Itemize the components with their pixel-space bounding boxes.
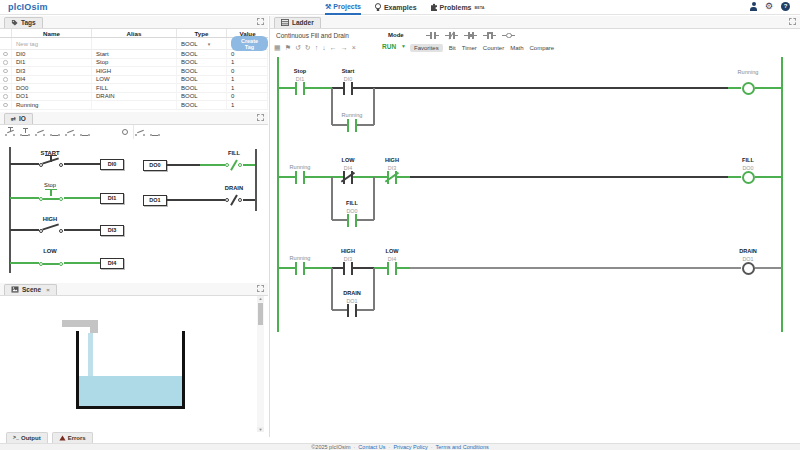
new-tag-gutter [0, 38, 12, 50]
pushbutton-no-icon[interactable] [4, 127, 16, 137]
lamp-filled-icon[interactable] [134, 127, 146, 137]
instruction-tab-favorites[interactable]: Favorites [410, 44, 443, 52]
footer-link[interactable]: Contact Us [358, 444, 385, 450]
new-tag-name-input[interactable]: New tag [12, 38, 92, 50]
ladder-coil-running[interactable] [740, 80, 756, 96]
io-switch-stop[interactable] [38, 184, 66, 204]
io-output-fill[interactable] [225, 158, 243, 172]
chevron-down-icon[interactable] [401, 43, 406, 49]
scroll-up-arrow[interactable]: ▲ [257, 296, 264, 302]
tag-status-icon[interactable] [0, 92, 12, 101]
tag-status-icon[interactable] [0, 84, 12, 93]
coil-icon[interactable] [502, 31, 515, 40]
expand-icon[interactable] [257, 114, 264, 121]
expand-icon[interactable] [257, 285, 264, 292]
ladder-tab[interactable]: Ladder [274, 17, 321, 28]
terminal [225, 198, 229, 202]
io-panel-header: ⇄ IO [0, 112, 268, 125]
falling-edge-contact-icon[interactable] [483, 31, 496, 40]
switch-open-icon[interactable] [34, 127, 46, 137]
move-left-icon[interactable]: ← [330, 42, 337, 54]
flag-icon[interactable]: ⚑ [285, 42, 291, 54]
footer-link[interactable]: Privacy Policy [393, 444, 427, 450]
instruction-tab-compare[interactable]: Compare [530, 45, 555, 51]
tag-value: 1 [227, 101, 268, 110]
undo-icon[interactable]: ↺ [295, 42, 301, 54]
nav-item-projects[interactable]: ⚒Projects [325, 1, 361, 15]
wire [357, 309, 374, 311]
tag-name: DI0 [12, 50, 92, 59]
instruction-tab-bit[interactable]: Bit [449, 45, 456, 51]
io-tab[interactable]: ⇄ IO [4, 113, 33, 124]
expand-icon[interactable] [789, 18, 796, 25]
tag-name: DI3 [12, 67, 92, 76]
scrollbar-thumb[interactable] [258, 303, 263, 325]
new-tag-alias-input[interactable] [92, 38, 177, 50]
coil-circle [742, 82, 755, 95]
help-icon[interactable] [781, 2, 790, 11]
water-stream [88, 333, 93, 377]
rising-edge-contact-icon[interactable] [464, 31, 477, 40]
footer-link[interactable]: Terms and Conditions [436, 444, 489, 450]
close-icon[interactable] [46, 287, 50, 293]
valve-icon[interactable] [149, 127, 161, 137]
switch-closed-icon[interactable] [49, 127, 61, 137]
io-switch-high[interactable] [38, 216, 66, 236]
move-up-icon[interactable]: ↑ [315, 42, 319, 54]
radio-circle-icon [3, 60, 8, 65]
footer: ©2025 plcIOsim ·Contact Us·Privacy Polic… [0, 443, 800, 450]
new-tag-type-select[interactable]: BOOL [177, 38, 227, 50]
ladder-toolbar-row: ▦⚑↺↻↑↓←→× RUN FavoritesBitTimerCounterMa… [270, 42, 800, 54]
icon-part [137, 130, 144, 134]
instruction-tab-timer[interactable]: Timer [462, 45, 477, 51]
tag-value: 0 [227, 92, 268, 101]
table-row[interactable]: RunningBOOL1 [0, 101, 268, 110]
pushbutton-nc-icon[interactable] [19, 127, 31, 137]
column-header-name[interactable]: Name [12, 29, 92, 37]
nav-item-examples[interactable]: Examples [374, 1, 417, 15]
tags-tab[interactable]: Tags [4, 17, 43, 28]
icon-part [434, 32, 436, 39]
user-icon[interactable] [749, 2, 758, 11]
delete-icon[interactable]: × [352, 42, 356, 54]
io-switch-low[interactable] [38, 249, 66, 269]
output-tab[interactable]: Output [6, 432, 48, 443]
new-tag-row: New tag BOOL Create Tag [0, 38, 268, 50]
nc-contact-icon[interactable] [445, 31, 458, 40]
element-address: DO1 [723, 255, 773, 263]
ladder-icon [281, 19, 289, 26]
io-output-drain[interactable] [225, 193, 243, 207]
wire [357, 219, 374, 221]
tank-water [79, 376, 182, 406]
lamp-icon[interactable] [119, 127, 131, 137]
redo-icon[interactable]: ↻ [305, 42, 311, 54]
column-header-type[interactable]: Type [177, 29, 227, 37]
contact-line [43, 198, 59, 200]
contact-line [42, 223, 59, 230]
instruction-tab-math[interactable]: Math [510, 45, 523, 51]
app-logo[interactable]: plcIOsim [8, 2, 48, 12]
nav-item-problems[interactable]: ProblemsBETA [430, 1, 485, 15]
instruction-tab-counter[interactable]: Counter [483, 45, 504, 51]
tag-status-icon[interactable] [0, 58, 12, 67]
move-down-icon[interactable]: ↓ [322, 42, 326, 54]
column-header-alias[interactable]: Alias [92, 29, 177, 37]
expand-icon[interactable] [257, 18, 264, 25]
gear-icon[interactable] [765, 2, 774, 11]
tag-status-icon[interactable] [0, 67, 12, 76]
select-icon[interactable]: ▦ [274, 42, 281, 54]
tag-status-icon[interactable] [0, 50, 12, 59]
tag-status-icon[interactable] [0, 75, 12, 84]
scene-tab[interactable]: Scene [4, 284, 57, 295]
errors-tab[interactable]: Errors [52, 432, 93, 443]
move-right-icon[interactable]: → [341, 42, 348, 54]
run-mode-select[interactable]: RUN [382, 43, 396, 50]
scene-scrollbar[interactable]: ▲ ▼ [257, 296, 264, 433]
sensor-open-icon[interactable] [64, 127, 76, 137]
io-switch-start[interactable] [38, 150, 66, 170]
tag-status-icon[interactable] [0, 101, 12, 110]
lightbulb-icon [374, 3, 382, 13]
sensor-closed-icon[interactable] [79, 127, 91, 137]
tag-alias: HIGH [92, 67, 177, 76]
no-contact-icon[interactable] [426, 31, 439, 40]
